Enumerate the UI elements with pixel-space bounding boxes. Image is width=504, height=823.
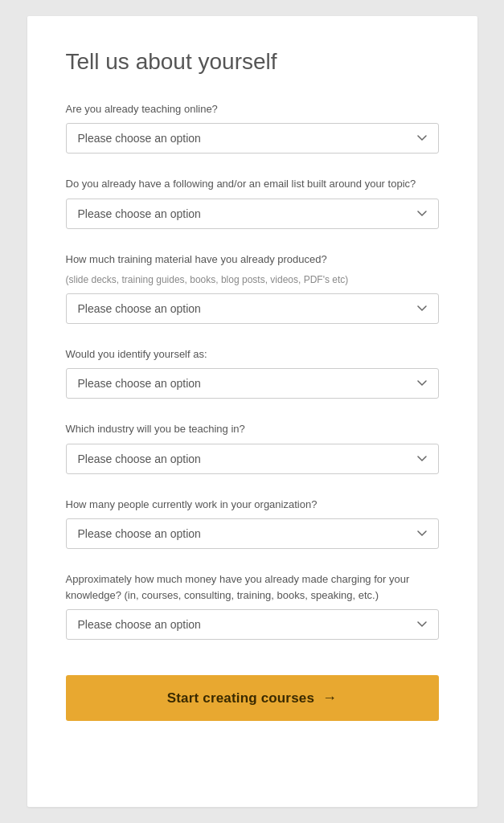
select-org-size[interactable]: Please choose an option [66, 518, 439, 549]
label-following-email: Do you already have a following and/or a… [66, 176, 439, 192]
page-container: Tell us about yourself Are you already t… [0, 16, 504, 807]
select-teaching-online[interactable]: Please choose an option [66, 123, 439, 154]
select-industry[interactable]: Please choose an option [66, 444, 439, 474]
survey-form: Are you already teaching online? Please … [66, 101, 439, 722]
select-training-material[interactable]: Please choose an option [66, 293, 439, 324]
question-group-money-made: Approximately how much money have you al… [66, 571, 439, 640]
label-teaching-online: Are you already teaching online? [66, 101, 439, 117]
label-money-made: Approximately how much money have you al… [66, 571, 439, 603]
select-following-email[interactable]: Please choose an option [66, 199, 439, 229]
question-group-teaching-online: Are you already teaching online? Please … [66, 101, 439, 154]
submit-button-label: Start creating courses [167, 690, 314, 706]
page-title: Tell us about yourself [66, 48, 439, 76]
label-identify-as: Would you identify yourself as: [66, 346, 439, 362]
label-industry: Which industry will you be teaching in? [66, 421, 439, 437]
arrow-icon: → [322, 690, 337, 706]
select-identify-as[interactable]: Please choose an option [66, 368, 439, 399]
sublabel-training-material: (slide decks, training guides, books, bl… [66, 273, 439, 287]
label-training-material: How much training material have you alre… [66, 252, 439, 268]
question-group-training-material: How much training material have you alre… [66, 252, 439, 324]
select-money-made[interactable]: Please choose an option [66, 609, 439, 640]
question-group-identify-as: Would you identify yourself as: Please c… [66, 346, 439, 399]
question-group-following-email: Do you already have a following and/or a… [66, 176, 439, 229]
question-group-org-size: How many people currently work in your o… [66, 497, 439, 550]
submit-button[interactable]: Start creating courses → [66, 675, 439, 721]
label-org-size: How many people currently work in your o… [66, 497, 439, 513]
question-group-industry: Which industry will you be teaching in? … [66, 421, 439, 474]
form-card: Tell us about yourself Are you already t… [27, 16, 477, 807]
